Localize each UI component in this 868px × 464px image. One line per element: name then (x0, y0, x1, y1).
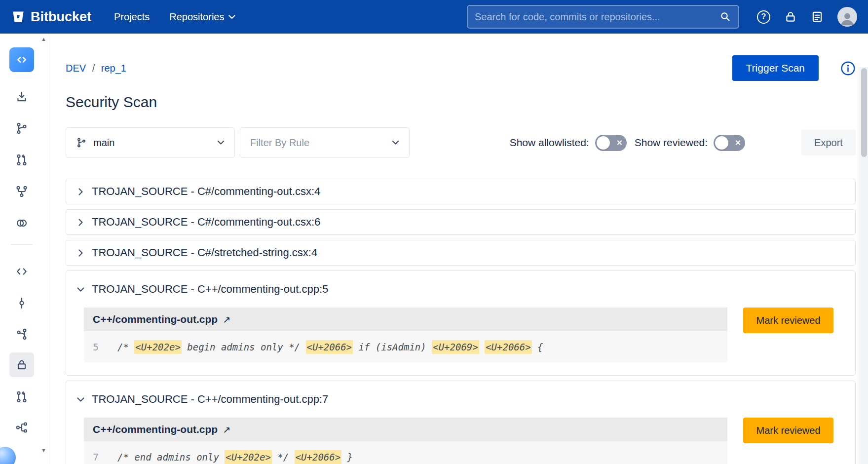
commits-icon (15, 297, 28, 309)
page: Bitbucket Projects Repositories ? (0, 0, 868, 464)
nav-projects-label: Projects (114, 11, 150, 23)
security-lock-icon (15, 358, 28, 371)
help-icon[interactable]: ? (757, 10, 770, 24)
code-file-header: C++/commenting-out.cpp ↗ (84, 308, 727, 331)
sidebar-item-fork[interactable] (9, 185, 34, 198)
sidebar-item-commits[interactable] (9, 297, 34, 309)
external-link-icon[interactable]: ↗ (223, 424, 230, 435)
export-button[interactable]: Export (801, 130, 856, 155)
finding-header[interactable]: TROJAN_SOURCE - C++/commenting-out.cpp:5 (66, 271, 855, 308)
code-token: } (341, 452, 353, 463)
branch-selector[interactable]: main (66, 127, 235, 158)
code-token: if (isAdmin) (353, 342, 432, 352)
pull-request-icon (15, 154, 28, 166)
search-icon[interactable] (719, 11, 731, 23)
pull-request-icon (15, 390, 28, 403)
line-number: 5 (93, 341, 106, 353)
sidebar-item-forks-2[interactable] (9, 421, 34, 434)
repo-avatar[interactable] (9, 47, 34, 72)
sidebar-divider (11, 244, 33, 245)
finding-title: TROJAN_SOURCE - C#/stretched-string.csx:… (92, 246, 317, 259)
code-panel: C++/commenting-out.cpp ↗ 5 /* <U+202e> b… (84, 308, 727, 362)
main-content: DEV / rep_1 Trigger Scan Security Scan (49, 34, 868, 464)
code-token: { (532, 342, 543, 352)
rule-filter-selector[interactable]: Filter By Rule (240, 127, 410, 158)
code-file-name[interactable]: C++/commenting-out.cpp (93, 424, 218, 435)
finding-row[interactable]: TROJAN_SOURCE - C#/commenting-out.csx:6 (66, 209, 856, 235)
page-scrollbar-thumb[interactable] (861, 68, 867, 157)
brand[interactable]: Bitbucket (11, 9, 91, 25)
branch-icon (15, 122, 28, 135)
clone-icon (15, 90, 28, 103)
code-line: 7 /* end admins only <U+202e> */ <U+2066… (84, 441, 727, 464)
chevron-down-icon (228, 15, 235, 19)
sidebar-item-pull-request[interactable] (9, 154, 34, 166)
finding-row[interactable]: TROJAN_SOURCE - C#/stretched-string.csx:… (66, 240, 856, 266)
sidebar-item-source[interactable] (9, 265, 34, 278)
lock-icon[interactable] (784, 10, 797, 23)
topline: DEV / rep_1 Trigger Scan (66, 55, 856, 81)
code-panel: C++/commenting-out.cpp ↗ 7 /* end admins… (84, 418, 727, 464)
show-allowlisted-toggle[interactable] (595, 135, 627, 151)
code-file-header: C++/commenting-out.cpp ↗ (84, 418, 727, 441)
breadcrumb: DEV / rep_1 (66, 63, 126, 74)
nav-projects[interactable]: Projects (114, 11, 150, 23)
toggle-off-x-icon (617, 140, 622, 146)
body-row: ▲ ▼ DEV / rep_1 Trigger Scan Security Sc… (0, 34, 868, 464)
sidebar-item-branches[interactable] (9, 328, 34, 341)
toggle-group: Show allowlisted: Show reviewed: (510, 135, 745, 151)
code-token-highlighted: <U+2069> (432, 340, 479, 354)
nav-repositories-label: Repositories (169, 11, 224, 23)
sidebar-item-pull-requests-2[interactable] (9, 390, 34, 403)
sidebar-item-clone[interactable] (9, 90, 34, 103)
breadcrumb-repo-link[interactable]: rep_1 (101, 63, 126, 74)
sidebar-item-compare[interactable] (9, 217, 34, 230)
sidebar-items (8, 47, 36, 453)
code-token: begin admins only */ (182, 342, 306, 352)
finding-row-expanded: TROJAN_SOURCE - C++/commenting-out.cpp:5… (66, 271, 856, 376)
code-token-highlighted: <U+2066> (295, 450, 342, 464)
code-token-highlighted: <U+202e> (134, 340, 182, 354)
sidebar-scroll-down-arrow[interactable]: ▼ (41, 448, 46, 453)
show-allowlisted-label: Show allowlisted: (510, 137, 589, 149)
nav-menu: Projects Repositories (114, 11, 235, 23)
toggle-off-x-icon (735, 140, 741, 146)
info-icon[interactable] (840, 61, 856, 76)
sidebar-scroll-up-arrow[interactable]: ▲ (41, 37, 46, 42)
mark-reviewed-button[interactable]: Mark reviewed (743, 308, 833, 333)
rule-filter-placeholder: Filter By Rule (250, 137, 309, 149)
external-link-icon[interactable]: ↗ (223, 314, 230, 325)
search-input[interactable] (475, 11, 719, 23)
finding-title: TROJAN_SOURCE - C++/commenting-out.cpp:7 (92, 393, 328, 406)
changelog-icon[interactable] (811, 10, 824, 23)
finding-title: TROJAN_SOURCE - C#/commenting-out.csx:6 (92, 216, 320, 229)
finding-body: C++/commenting-out.cpp ↗ 7 /* end admins… (84, 418, 833, 464)
code-token: */ (272, 452, 295, 463)
breadcrumb-project-link[interactable]: DEV (66, 63, 86, 74)
sidebar-item-branch[interactable] (9, 122, 34, 135)
toggle-knob (715, 136, 728, 150)
code-token: /* end admins only (117, 452, 225, 463)
line-number: 7 (93, 451, 106, 463)
code-file-name[interactable]: C++/commenting-out.cpp (93, 313, 218, 325)
page-scrollbar[interactable] (860, 67, 868, 464)
trigger-scan-button[interactable]: Trigger Scan (732, 55, 819, 81)
nav-repositories[interactable]: Repositories (169, 11, 235, 23)
finding-row-expanded: TROJAN_SOURCE - C++/commenting-out.cpp:7… (66, 381, 856, 464)
code-token-highlighted: <U+202e> (225, 450, 272, 464)
global-search[interactable] (467, 5, 739, 29)
finding-title: TROJAN_SOURCE - C#/commenting-out.csx:4 (92, 185, 320, 198)
sidebar-item-security[interactable] (9, 352, 34, 377)
branch-small-icon (76, 137, 87, 148)
filter-bar: main Filter By Rule Show allowlisted: (66, 127, 856, 158)
breadcrumb-separator: / (92, 63, 95, 74)
finding-header[interactable]: TROJAN_SOURCE - C++/commenting-out.cpp:7 (66, 381, 855, 418)
code-token-highlighted: <U+2066> (485, 340, 532, 354)
avatar[interactable] (837, 7, 857, 27)
top-navbar: Bitbucket Projects Repositories ? (0, 0, 868, 34)
finding-row[interactable]: TROJAN_SOURCE - C#/commenting-out.csx:4 (66, 179, 856, 204)
show-reviewed-label: Show reviewed: (635, 137, 708, 149)
chevron-down-icon (76, 397, 85, 402)
show-reviewed-toggle[interactable] (714, 135, 745, 151)
mark-reviewed-button[interactable]: Mark reviewed (743, 418, 833, 443)
